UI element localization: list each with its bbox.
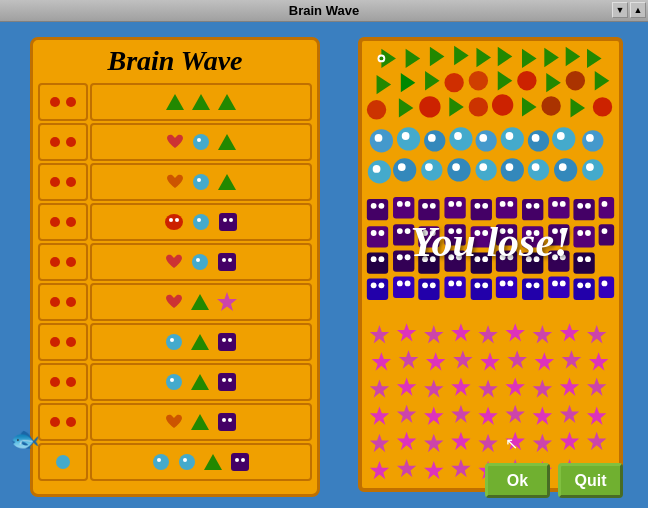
svg-point-47: [222, 338, 226, 342]
svg-point-62: [183, 458, 187, 462]
shapes-row-10: [90, 443, 312, 481]
svg-marker-271: [478, 379, 497, 397]
svg-point-83: [469, 71, 488, 90]
svg-marker-24: [218, 134, 236, 150]
quit-button[interactable]: Quit: [558, 463, 623, 498]
svg-rect-188: [573, 226, 594, 247]
svg-marker-51: [191, 374, 209, 390]
svg-point-112: [532, 134, 540, 142]
svg-point-134: [586, 163, 594, 171]
svg-point-224: [397, 281, 403, 287]
svg-marker-275: [587, 377, 606, 395]
svg-point-13: [66, 337, 76, 347]
svg-point-110: [506, 132, 514, 140]
svg-point-107: [475, 130, 496, 151]
svg-marker-294: [370, 461, 389, 479]
dots-row-7: [38, 323, 88, 361]
svg-point-152: [507, 201, 513, 207]
svg-rect-232: [471, 279, 492, 300]
svg-point-101: [397, 127, 420, 150]
svg-point-243: [560, 281, 566, 287]
svg-point-65: [235, 458, 239, 462]
svg-marker-79: [377, 75, 392, 94]
svg-point-123: [447, 158, 470, 181]
svg-point-100: [375, 134, 383, 142]
svg-point-155: [534, 203, 540, 209]
svg-point-2: [50, 137, 60, 147]
svg-point-93: [469, 97, 488, 116]
svg-point-230: [448, 281, 454, 287]
svg-point-102: [402, 132, 410, 140]
svg-marker-272: [506, 377, 525, 395]
svg-point-15: [66, 377, 76, 387]
svg-point-87: [566, 71, 585, 90]
svg-marker-259: [399, 350, 418, 368]
svg-marker-21: [218, 94, 236, 110]
svg-point-106: [454, 132, 462, 140]
svg-marker-296: [424, 461, 443, 479]
svg-marker-88: [595, 71, 610, 90]
svg-rect-46: [218, 333, 236, 351]
left-panel: Brain Wave: [30, 37, 320, 497]
svg-point-49: [166, 374, 182, 390]
svg-point-113: [552, 127, 575, 150]
svg-point-0: [50, 97, 60, 107]
svg-marker-274: [560, 377, 579, 395]
svg-point-119: [393, 158, 416, 181]
svg-point-94: [492, 94, 513, 115]
svg-point-133: [582, 159, 603, 180]
svg-point-218: [577, 256, 583, 262]
svg-marker-78: [587, 49, 602, 68]
svg-rect-241: [548, 277, 569, 298]
svg-point-59: [153, 454, 169, 470]
svg-point-115: [582, 130, 603, 151]
svg-marker-80: [401, 73, 416, 92]
svg-point-6: [50, 217, 60, 227]
svg-marker-262: [480, 352, 499, 370]
svg-marker-72: [454, 46, 469, 65]
maximize-btn[interactable]: ▲: [630, 2, 646, 18]
svg-point-37: [196, 258, 200, 262]
svg-rect-217: [573, 252, 594, 273]
svg-point-66: [241, 458, 245, 462]
svg-marker-71: [430, 47, 445, 66]
svg-point-248: [602, 281, 608, 287]
svg-point-231: [456, 281, 462, 287]
svg-rect-33: [219, 213, 237, 231]
svg-marker-263: [507, 350, 526, 368]
cursor-area: ↖: [505, 434, 518, 453]
svg-point-43: [166, 334, 182, 350]
svg-rect-238: [522, 279, 543, 300]
svg-marker-292: [560, 432, 579, 450]
svg-point-29: [169, 218, 173, 222]
svg-rect-156: [548, 197, 569, 218]
svg-marker-291: [533, 434, 552, 452]
svg-point-89: [367, 100, 386, 119]
svg-marker-19: [166, 94, 184, 110]
svg-point-240: [534, 282, 540, 288]
ok-button[interactable]: Ok: [485, 463, 550, 498]
svg-marker-250: [397, 323, 416, 341]
svg-point-108: [479, 134, 487, 142]
dots-row-9: [38, 403, 88, 441]
svg-marker-268: [397, 377, 416, 395]
svg-point-32: [197, 218, 201, 222]
svg-rect-135: [367, 199, 388, 220]
svg-rect-162: [599, 197, 615, 218]
svg-point-197: [397, 254, 403, 260]
svg-marker-258: [372, 352, 391, 370]
svg-point-146: [456, 201, 462, 207]
minimize-btn[interactable]: ▼: [612, 2, 628, 18]
svg-point-237: [507, 281, 513, 287]
svg-point-189: [577, 230, 583, 236]
svg-marker-269: [424, 379, 443, 397]
svg-point-219: [585, 256, 591, 262]
svg-marker-284: [587, 407, 606, 425]
svg-point-124: [452, 163, 460, 171]
svg-point-99: [370, 129, 393, 152]
svg-rect-64: [231, 453, 249, 471]
svg-point-18: [56, 455, 70, 469]
dots-row-5: [38, 243, 88, 281]
svg-point-140: [405, 201, 411, 207]
svg-point-246: [585, 282, 591, 288]
